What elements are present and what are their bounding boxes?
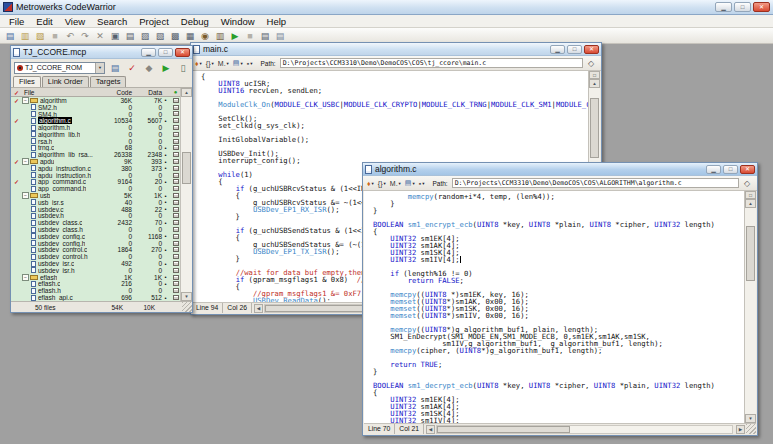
sync-target-icon[interactable]: ▤ (109, 62, 121, 74)
project-icon[interactable]: ▥ (214, 30, 226, 42)
close-button[interactable]: ✕ (753, 2, 770, 12)
scroll-down-button[interactable]: ▼ (745, 414, 756, 423)
scroll-up-button[interactable]: ▲ (181, 88, 192, 97)
new-file-icon[interactable]: ▤ (4, 30, 16, 42)
vertical-scrollbar[interactable]: ▲ ▼ (180, 88, 192, 301)
editor-window-titlebar[interactable]: main.c ▁□✕ (191, 43, 601, 56)
scrollbar-thumb[interactable] (182, 152, 191, 184)
close-button[interactable]: ✕ (175, 48, 190, 57)
copy-icon[interactable]: ▣ (109, 30, 121, 42)
menu-file[interactable]: File (3, 16, 30, 27)
horizontal-scrollbar[interactable] (436, 425, 733, 434)
editor-toolbar: ♦▾{}▾M.▾▤▾▪▾ Path: D:\Projects\CCM3310\D… (363, 176, 757, 191)
tab-link-order[interactable]: Link Order (42, 76, 89, 87)
check-syntax-icon[interactable]: ▧ (154, 30, 166, 42)
file-path: D:\Projects\CCM3310\Demo\DemoCOS\COS\tj_… (280, 58, 583, 68)
menu-edit[interactable]: Edit (30, 16, 58, 27)
redo-icon[interactable]: ↷ (79, 30, 91, 42)
minimize-button[interactable]: ▁ (550, 45, 565, 54)
header-file[interactable]: File (22, 89, 98, 96)
menu-search[interactable]: Search (91, 16, 133, 27)
line-indicator[interactable]: Line 94 (192, 303, 223, 313)
file-menu[interactable]: ▤▾ (405, 179, 415, 187)
scrollbar-track[interactable] (745, 208, 756, 414)
undo-icon[interactable]: ↶ (64, 30, 76, 42)
header-code[interactable]: Code (98, 89, 132, 96)
maximize-button[interactable]: □ (567, 45, 582, 54)
run-icon[interactable]: ▶ (160, 62, 172, 74)
line-indicator[interactable]: Line 70 (364, 424, 395, 434)
menu-project[interactable]: Project (133, 16, 175, 27)
menu-debug[interactable]: Debug (175, 16, 215, 27)
codewarrior-logo-icon (3, 2, 13, 12)
menu-view[interactable]: View (59, 16, 91, 27)
maximize-button[interactable]: □ (158, 48, 173, 57)
cut-icon[interactable]: ✕ (94, 30, 106, 42)
header-check-icon[interactable]: ✓ (11, 89, 22, 96)
marker-diamond-icon[interactable]: ◇ (741, 179, 753, 188)
marker-diamond-icon[interactable]: ◇ (585, 59, 597, 68)
scroll-down-button[interactable]: ▼ (181, 292, 192, 301)
markers-menu[interactable]: M.▾ (218, 60, 229, 67)
version-menu[interactable]: ▪▾ (247, 60, 253, 67)
scroll-left-button[interactable]: ◀ (426, 425, 435, 434)
code-area[interactable]: memcpy(random+i*4, temp, (len%4)); }} BO… (373, 193, 715, 423)
save-icon[interactable]: ■ (49, 30, 61, 42)
resize-grip[interactable] (746, 424, 756, 434)
paste-icon[interactable]: ▤ (124, 30, 136, 42)
scrollbar-thumb[interactable] (746, 226, 755, 281)
open-folder-icon[interactable]: ▧ (34, 30, 46, 42)
tab-files[interactable]: Files (13, 76, 41, 87)
close-button[interactable]: ✕ (740, 165, 755, 174)
table-row[interactable]: eflash_api.c696512• (11, 294, 182, 301)
open-file-icon[interactable]: ▥ (19, 30, 31, 42)
scroll-up-button[interactable]: ▲ (589, 79, 600, 88)
compile-icon[interactable]: ▨ (139, 30, 151, 42)
make-icon[interactable]: ◆ (143, 62, 155, 74)
braces-menu[interactable]: {}▾ (378, 180, 386, 187)
target-dropdown[interactable]: TJ_CCORE_ROM ▼ (14, 62, 105, 74)
maximize-button[interactable]: □ (723, 165, 738, 174)
scroll-up-button[interactable]: ▲ (745, 199, 756, 208)
minimize-button[interactable]: ▁ (141, 48, 156, 57)
maximize-button[interactable]: □ (734, 2, 751, 12)
source-file-icon[interactable]: ▤ (259, 30, 271, 42)
version-menu[interactable]: ▪▾ (419, 180, 425, 187)
file-menu[interactable]: ▤▾ (233, 59, 243, 67)
run-icon[interactable]: ▶ (229, 30, 241, 42)
split-pane-button[interactable]: □ (589, 71, 600, 79)
scroll-right-button[interactable]: ▶ (736, 425, 745, 434)
scrollbar-thumb[interactable] (590, 98, 599, 158)
functions-menu[interactable]: ♦▾ (367, 180, 374, 187)
debug-window-icon[interactable]: ▦ (184, 30, 196, 42)
header-file-icon[interactable]: ▤ (274, 30, 286, 42)
chevron-down-icon: ▾ (240, 61, 242, 66)
stop-icon[interactable]: ■ (244, 30, 256, 42)
touch-dot-icon: • (162, 261, 169, 267)
scroll-left-button[interactable]: ◀ (254, 304, 263, 313)
close-button[interactable]: ✕ (584, 45, 599, 54)
markers-menu[interactable]: M.▾ (390, 180, 401, 187)
scrollbar-track[interactable] (181, 97, 192, 292)
minimize-button[interactable]: ▁ (706, 165, 721, 174)
functions-menu[interactable]: ♦▾ (195, 60, 202, 67)
resize-grip[interactable] (182, 302, 192, 312)
make-icon[interactable]: ▩ (169, 30, 181, 42)
vertical-scrollbar[interactable]: □ ▲ ▼ (744, 191, 756, 423)
app-titlebar[interactable]: Metrowerks CodeWarrior ▁□✕ (0, 0, 773, 15)
minimize-button[interactable]: ▁ (715, 2, 732, 12)
header-data[interactable]: Data (132, 89, 162, 96)
split-pane-button[interactable]: □ (745, 191, 756, 199)
settings-icon[interactable]: ◉ (199, 30, 211, 42)
chevron-down-icon[interactable]: ▼ (95, 63, 104, 73)
project-window-titlebar[interactable]: TJ_CCORE.mcp ▁□✕ (11, 46, 192, 59)
editor-window-titlebar[interactable]: algorithm.c ▁□✕ (363, 163, 757, 176)
check-syntax-icon[interactable]: ✓ (126, 62, 138, 74)
debug-chip-icon[interactable]: ▯ (177, 62, 189, 74)
menu-help[interactable]: Help (261, 16, 293, 27)
tab-targets[interactable]: Targets (90, 76, 127, 87)
menu-window[interactable]: Window (215, 16, 261, 27)
braces-menu[interactable]: {}▾ (206, 60, 214, 67)
folder-icon (30, 159, 38, 164)
scrollbar-thumb[interactable] (437, 426, 570, 433)
